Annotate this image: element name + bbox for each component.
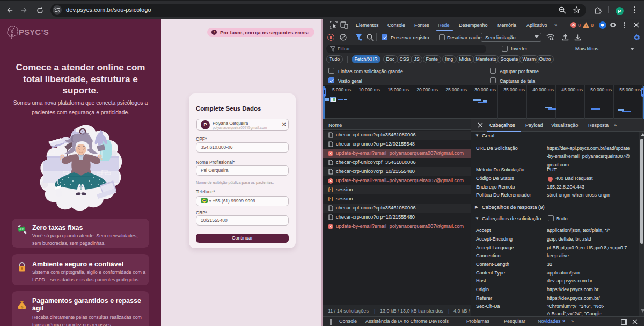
svg-text:$: $ [21, 305, 24, 309]
